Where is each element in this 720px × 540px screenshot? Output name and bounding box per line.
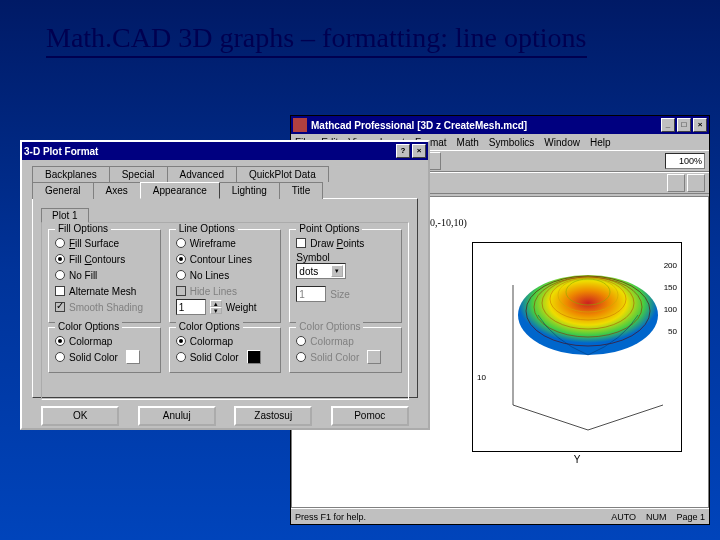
- radio-no-lines[interactable]: [176, 270, 186, 280]
- size-label: Size: [330, 289, 349, 300]
- plot-format-dialog: 3-D Plot Format ? × Backplanes Special A…: [20, 140, 430, 430]
- tab-general[interactable]: General: [32, 182, 94, 199]
- menu-window[interactable]: Window: [544, 137, 580, 148]
- radio-point-colormap: [296, 336, 306, 346]
- radio-no-fill[interactable]: [55, 270, 65, 280]
- tool-list[interactable]: [687, 174, 705, 192]
- tool-align[interactable]: [667, 174, 685, 192]
- label-no-fill: No Fill: [69, 270, 97, 281]
- tick-100: 100: [664, 305, 677, 314]
- status-mode: AUTO: [611, 512, 636, 522]
- weight-spin-up[interactable]: ▴: [210, 300, 222, 307]
- svg-line-8: [588, 405, 663, 430]
- dialog-close-button[interactable]: ×: [412, 144, 426, 158]
- line-color-legend: Color Options: [176, 321, 243, 332]
- radio-fill-contours[interactable]: [55, 254, 65, 264]
- app-title: Mathcad Professional [3D z CreateMesh.mc…: [311, 120, 527, 131]
- check-hide-lines: [176, 286, 186, 296]
- dialog-button-row: OK Anuluj Zastosuj Pomoc: [22, 402, 428, 430]
- dialog-help-button[interactable]: ?: [396, 144, 410, 158]
- statusbar: Press F1 for help. AUTO NUM Page 1: [291, 508, 709, 524]
- help-button[interactable]: Pomoc: [331, 406, 409, 426]
- symbol-select[interactable]: dots ▾: [296, 263, 346, 279]
- fill-legend: Fill Options: [55, 223, 111, 234]
- weight-input[interactable]: [176, 299, 206, 315]
- app-titlebar: Mathcad Professional [3D z CreateMesh.mc…: [291, 116, 709, 134]
- tick-50: 50: [668, 327, 677, 336]
- label-alt-mesh: Alternate Mesh: [69, 286, 136, 297]
- label-point-colormap: Colormap: [310, 336, 353, 347]
- label-line-solid: Solid Color: [190, 352, 239, 363]
- label-fill-colormap: Colormap: [69, 336, 112, 347]
- radio-line-solid[interactable]: [176, 352, 186, 362]
- label-fill-contours: Fill Contours: [69, 254, 125, 265]
- radio-point-solid: [296, 352, 306, 362]
- tab-title[interactable]: Title: [279, 182, 324, 199]
- check-alt-mesh[interactable]: [55, 286, 65, 296]
- ok-button[interactable]: OK: [41, 406, 119, 426]
- status-num: NUM: [646, 512, 667, 522]
- dialog-titlebar: 3-D Plot Format ? ×: [22, 142, 428, 160]
- appearance-panel: Plot 1 Fill Options Fill Surface Fill Co…: [32, 198, 418, 398]
- zoom-field[interactable]: 100%: [665, 153, 705, 169]
- radio-wireframe[interactable]: [176, 238, 186, 248]
- svg-line-7: [513, 405, 588, 430]
- menu-symbolics[interactable]: Symbolics: [489, 137, 535, 148]
- symbol-dropdown-arrow[interactable]: ▾: [331, 265, 343, 277]
- label-wireframe: Wireframe: [190, 238, 236, 249]
- point-color-legend: Color Options: [296, 321, 363, 332]
- point-color-swatch: [367, 350, 381, 364]
- check-smooth-shading: [55, 302, 65, 312]
- label-contour-lines: Contour Lines: [190, 254, 252, 265]
- line-legend: Line Options: [176, 223, 238, 234]
- label-fill-solid: Solid Color: [69, 352, 118, 363]
- fill-options-group: Fill Options Fill Surface Fill Contours …: [48, 229, 161, 323]
- fill-color-legend: Color Options: [55, 321, 122, 332]
- tab-advanced[interactable]: Advanced: [167, 166, 237, 182]
- weight-spin-down[interactable]: ▾: [210, 307, 222, 314]
- point-color-group: Color Options Colormap Solid Color: [289, 327, 402, 373]
- tab-backplanes[interactable]: Backplanes: [32, 166, 110, 182]
- app-icon: [293, 118, 307, 132]
- fill-color-group: Color Options Colormap Solid Color: [48, 327, 161, 373]
- slide-title: Math.CAD 3D graphs – formatting: line op…: [46, 22, 587, 58]
- fill-color-swatch[interactable]: [126, 350, 140, 364]
- radio-fill-solid[interactable]: [55, 352, 65, 362]
- radio-fill-colormap[interactable]: [55, 336, 65, 346]
- tick-10: 10: [477, 373, 486, 382]
- cancel-button[interactable]: Anuluj: [138, 406, 216, 426]
- tick-150: 150: [664, 283, 677, 292]
- menu-help[interactable]: Help: [590, 137, 611, 148]
- line-options-group: Line Options Wireframe Contour Lines No …: [169, 229, 282, 323]
- close-button[interactable]: ×: [693, 118, 707, 132]
- check-draw-points[interactable]: [296, 238, 306, 248]
- tab-appearance[interactable]: Appearance: [140, 182, 220, 199]
- subtab-plot1[interactable]: Plot 1: [41, 208, 89, 223]
- tab-quickplot[interactable]: QuickPlot Data: [236, 166, 329, 182]
- symbol-value: dots: [299, 266, 318, 277]
- tab-lighting[interactable]: Lighting: [219, 182, 280, 199]
- status-hint: Press F1 for help.: [295, 512, 366, 522]
- 3d-plot[interactable]: 200 150 100 50 10 Y: [472, 242, 682, 452]
- tab-axes[interactable]: Axes: [93, 182, 141, 199]
- radio-contour-lines[interactable]: [176, 254, 186, 264]
- symbol-label: Symbol: [296, 252, 395, 263]
- radio-line-colormap[interactable]: [176, 336, 186, 346]
- label-smooth-shading: Smooth Shading: [69, 302, 143, 313]
- weight-label: Weight: [226, 302, 257, 313]
- apply-button[interactable]: Zastosuj: [234, 406, 312, 426]
- tick-200: 200: [664, 261, 677, 270]
- surface-graphic: [493, 255, 673, 445]
- line-color-swatch[interactable]: [247, 350, 261, 364]
- menu-math[interactable]: Math: [457, 137, 479, 148]
- point-options-group: Point Options Draw Points Symbol dots ▾ …: [289, 229, 402, 323]
- label-draw-points: Draw Points: [310, 238, 364, 249]
- axis-label-y: Y: [574, 454, 581, 465]
- radio-fill-surface[interactable]: [55, 238, 65, 248]
- maximize-button[interactable]: □: [677, 118, 691, 132]
- tab-row-1: Backplanes Special Advanced QuickPlot Da…: [32, 166, 418, 182]
- label-line-colormap: Colormap: [190, 336, 233, 347]
- minimize-button[interactable]: _: [661, 118, 675, 132]
- label-hide-lines: Hide Lines: [190, 286, 237, 297]
- tab-special[interactable]: Special: [109, 166, 168, 182]
